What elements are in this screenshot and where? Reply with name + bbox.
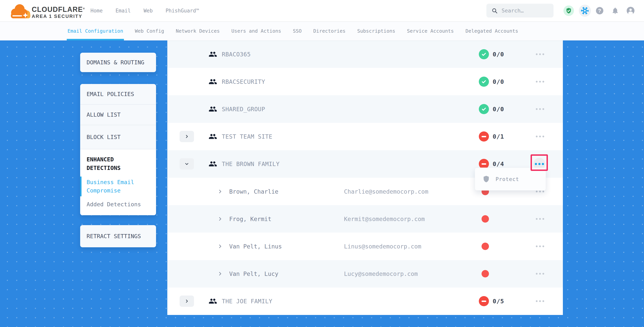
nav-link-phishguard[interactable]: PhishGuard™: [166, 8, 199, 13]
brand-name: CLOUDFLARE®: [32, 5, 85, 13]
member-email: Charlie@somedemocorp.com: [344, 188, 428, 195]
annotation-highlight-box: [530, 154, 548, 171]
search-icon: [492, 7, 498, 14]
search-box: [486, 4, 554, 17]
group-name: RBACO365: [222, 51, 251, 57]
sidebar-item-retract-settings[interactable]: RETRACT SETTINGS: [80, 225, 156, 247]
member-chevron-icon: [218, 216, 222, 221]
status-count: 0/1: [493, 133, 504, 140]
member-name: Van Pelt, Lucy: [229, 271, 278, 277]
sidebar-item-label: DOMAINS & ROUTING: [86, 59, 144, 66]
notifications-button[interactable]: [611, 0, 620, 21]
tab-delegated-accounts[interactable]: Delegated Accounts: [466, 21, 518, 40]
tab-network-devices[interactable]: Network Devices: [176, 21, 220, 40]
tab-sso[interactable]: SSO: [293, 21, 302, 40]
group-icon: [208, 132, 217, 141]
security-status-button[interactable]: [564, 0, 574, 21]
member-chevron-icon: [218, 271, 222, 276]
member-chevron-icon: [218, 244, 222, 249]
sidebar-item-label: RETRACT SETTINGS: [86, 233, 141, 240]
member-status-dot: [482, 215, 489, 223]
table-row: RBACO3650/0: [167, 40, 563, 68]
primary-nav: HomeEmailWebPhishGuard™: [90, 0, 199, 21]
table-row: Frog, KermitKermit@somedemocorp.com: [167, 205, 563, 233]
table-row: SHARED_GROUP0/0: [167, 95, 563, 123]
table-row: THE JOE FAMILY0/5: [167, 288, 563, 315]
tab-service-accounts[interactable]: Service Accounts: [407, 21, 454, 40]
cloudflare-logo-icon: [8, 1, 32, 20]
group-icon: [208, 160, 217, 168]
row-menu-button[interactable]: [535, 136, 545, 137]
sidebar-item-business-email-compromise[interactable]: Business Email Compromise: [86, 178, 150, 195]
nav-link-home[interactable]: Home: [90, 8, 103, 13]
settings-button[interactable]: [579, 0, 591, 21]
bell-icon: [611, 7, 619, 14]
menu-item-protect[interactable]: Protect: [496, 176, 519, 182]
member-name: Frog, Kermit: [229, 215, 272, 222]
tab-email-configuration[interactable]: Email Configuration: [68, 21, 123, 40]
table-row: TEST TEAM SITE0/1: [167, 123, 563, 150]
member-name: Van Pelt, Linus: [229, 243, 282, 250]
sidebar-item-block-list[interactable]: BLOCK LIST: [80, 125, 156, 149]
user-icon: [627, 7, 634, 14]
group-icon: [208, 77, 217, 86]
collapse-group-button[interactable]: [180, 158, 194, 170]
member-status-dot: [482, 243, 489, 250]
group-icon: [208, 105, 217, 113]
minus-icon: [482, 301, 486, 302]
secondary-tab-bar: Email ConfigurationWeb ConfigNetwork Dev…: [0, 21, 644, 40]
status-count: 0/0: [493, 78, 504, 85]
sidebar-item-label: EMAIL POLICIES: [86, 91, 134, 97]
gear-icon: [579, 5, 591, 17]
row-menu-button[interactable]: [535, 81, 545, 82]
member-name: Brown, Charlie: [229, 188, 278, 195]
table-row: Van Pelt, LucyLucy@somedemocorp.com: [167, 260, 563, 288]
row-menu-button[interactable]: [535, 300, 545, 302]
group-name: THE BROWN FAMILY: [222, 161, 280, 167]
sidebar-item-label: ALLOW LIST: [86, 111, 121, 118]
status-protected-badge: [479, 49, 489, 59]
tab-subscriptions[interactable]: Subscriptions: [357, 21, 395, 40]
member-status-dot: [482, 270, 489, 278]
row-menu-button[interactable]: [535, 245, 545, 247]
tab-web-config[interactable]: Web Config: [135, 21, 164, 40]
row-menu-button[interactable]: [535, 108, 545, 110]
top-header: CLOUDFLARE® AREA 1 SECURITY HomeEmailWeb…: [0, 0, 644, 22]
row-menu-button[interactable]: [535, 53, 545, 55]
search-input[interactable]: [501, 7, 549, 14]
minus-icon: [482, 163, 486, 165]
account-button[interactable]: [626, 0, 635, 21]
area1-security-app: CLOUDFLARE® AREA 1 SECURITY HomeEmailWeb…: [0, 0, 644, 327]
status-count: 0/0: [493, 51, 504, 58]
nav-link-email[interactable]: Email: [116, 8, 131, 13]
table-row: RBACSECURITY0/0: [167, 68, 563, 95]
expand-group-button[interactable]: [180, 296, 194, 307]
shield-icon: [482, 175, 490, 183]
expand-group-button[interactable]: [180, 131, 194, 142]
group-name: SHARED_GROUP: [222, 106, 265, 112]
row-menu-button[interactable]: [535, 191, 545, 192]
sidebar-section-enhanced-detections: ENHANCED DETECTIONS Business Email Compr…: [80, 149, 156, 215]
tab-users-and-actions[interactable]: Users and Actions: [231, 21, 281, 40]
sidebar-item-email-policies[interactable]: EMAIL POLICIES: [80, 84, 156, 104]
nav-link-web[interactable]: Web: [144, 8, 153, 13]
sidebar-item-domains-routing[interactable]: DOMAINS & ROUTING: [80, 53, 156, 72]
sidebar-item-added-detections[interactable]: Added Detections: [86, 200, 150, 209]
sidebar-item-allow-list[interactable]: ALLOW LIST: [80, 105, 156, 125]
status-alert-badge: [479, 296, 489, 306]
help-icon: ?: [596, 7, 603, 14]
enhanced-detections-title: ENHANCED DETECTIONS: [86, 155, 150, 172]
minus-icon: [482, 136, 486, 137]
member-email: Linus@somedemocorp.com: [344, 243, 421, 250]
tab-directories[interactable]: Directories: [313, 21, 346, 40]
group-icon: [208, 50, 217, 58]
member-email: Kermit@somedemocorp.com: [344, 215, 425, 222]
row-menu-button[interactable]: [535, 273, 545, 275]
status-count: 0/0: [493, 106, 504, 113]
chevron-right-icon: [185, 134, 189, 139]
shield-check-icon: [564, 5, 574, 16]
help-button[interactable]: ?: [596, 0, 604, 21]
status-protected-badge: [479, 104, 489, 114]
row-menu-button[interactable]: [535, 218, 545, 220]
status-count: 0/4: [493, 160, 504, 167]
